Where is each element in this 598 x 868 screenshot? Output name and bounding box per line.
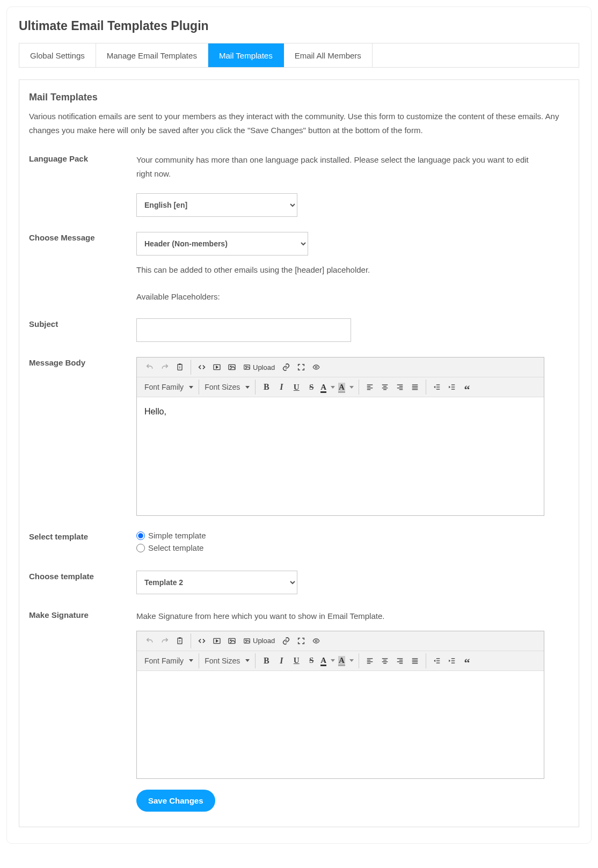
- indent-icon[interactable]: [445, 380, 459, 394]
- blockquote-icon[interactable]: “: [460, 380, 474, 394]
- media-icon[interactable]: [210, 634, 224, 648]
- row-choose-template: Choose template Template 2: [29, 571, 569, 594]
- font-family-dropdown[interactable]: Font Family: [142, 383, 195, 391]
- outdent-icon[interactable]: [430, 380, 444, 394]
- label-subject: Subject: [29, 318, 136, 329]
- tab-email-all-members[interactable]: Email All Members: [284, 43, 373, 67]
- text-color-icon[interactable]: A: [319, 654, 336, 668]
- sig-toolbar-row-2: Font Family Font Sizes B I U S A A: [137, 651, 544, 671]
- link-icon[interactable]: [279, 360, 293, 374]
- highlight-color-icon[interactable]: A: [337, 654, 355, 668]
- paste-icon[interactable]: T: [173, 360, 187, 374]
- select-choose-template[interactable]: Template 2: [136, 571, 297, 594]
- main-panel: Ultimate Email Templates Plugin Global S…: [6, 6, 592, 844]
- redo-icon[interactable]: [158, 360, 172, 374]
- editor-body-signature[interactable]: [137, 671, 544, 778]
- align-right-icon[interactable]: [393, 380, 407, 394]
- svg-point-6: [230, 366, 231, 367]
- row-message-body: Message Body T: [29, 357, 569, 516]
- media-icon[interactable]: [210, 360, 224, 374]
- align-right-icon[interactable]: [393, 654, 407, 668]
- align-center-icon[interactable]: [378, 380, 392, 394]
- indent-icon[interactable]: [445, 654, 459, 668]
- input-subject[interactable]: [136, 318, 351, 342]
- preview-icon[interactable]: [309, 634, 323, 648]
- tab-manage-email-templates[interactable]: Manage Email Templates: [96, 43, 208, 67]
- paste-icon[interactable]: T: [173, 634, 187, 648]
- bold-icon[interactable]: B: [259, 380, 273, 394]
- row-language-pack: Language Pack Your community has more th…: [29, 153, 569, 217]
- blockquote-icon[interactable]: “: [460, 654, 474, 668]
- select-choose-message[interactable]: Header (Non-members): [136, 232, 308, 256]
- align-center-icon[interactable]: [378, 654, 392, 668]
- svg-point-40: [230, 639, 231, 640]
- upload-button[interactable]: Upload: [240, 634, 278, 648]
- section-title: Mail Templates: [29, 92, 569, 103]
- code-icon[interactable]: [195, 360, 209, 374]
- text-color-icon[interactable]: A: [319, 380, 336, 394]
- fullscreen-icon[interactable]: [294, 360, 308, 374]
- radio-simple-template[interactable]: [136, 531, 145, 540]
- row-select-template: Select template Simple template Select t…: [29, 531, 569, 556]
- undo-icon[interactable]: [143, 634, 157, 648]
- row-save: Save Changes: [29, 790, 569, 812]
- fullscreen-icon[interactable]: [294, 634, 308, 648]
- svg-point-43: [315, 640, 317, 642]
- svg-rect-35: [179, 637, 181, 639]
- align-left-icon[interactable]: [363, 380, 377, 394]
- svg-text:T: T: [179, 366, 181, 369]
- section-description: Various notification emails are sent to …: [29, 110, 569, 137]
- toolbar-row-1: T: [137, 358, 544, 377]
- link-icon[interactable]: [279, 634, 293, 648]
- underline-icon[interactable]: U: [289, 654, 303, 668]
- preview-icon[interactable]: [309, 360, 323, 374]
- label-choose-template: Choose template: [29, 571, 136, 581]
- radio-label-simple-template: Simple template: [148, 531, 206, 540]
- outdent-icon[interactable]: [430, 654, 444, 668]
- row-choose-message: Choose Message Header (Non-members) This…: [29, 232, 569, 303]
- align-justify-icon[interactable]: [408, 380, 422, 394]
- toolbar-row-2: Font Family Font Sizes B I U S: [137, 377, 544, 397]
- svg-marker-38: [216, 640, 218, 642]
- undo-icon[interactable]: [143, 360, 157, 374]
- font-sizes-dropdown[interactable]: Font Sizes: [202, 383, 252, 391]
- code-icon[interactable]: [195, 634, 209, 648]
- svg-point-8: [245, 366, 246, 367]
- label-make-signature: Make Signature: [29, 609, 136, 619]
- italic-icon[interactable]: I: [274, 654, 288, 668]
- editor-signature: T Upload: [136, 631, 544, 779]
- help-language-pack: Your community has more than one languag…: [136, 153, 534, 180]
- page-title: Ultimate Email Templates Plugin: [19, 19, 579, 33]
- svg-marker-63: [434, 659, 435, 662]
- strikethrough-icon[interactable]: S: [304, 654, 318, 668]
- align-left-icon[interactable]: [363, 654, 377, 668]
- underline-icon[interactable]: U: [289, 380, 303, 394]
- svg-marker-33: [449, 386, 450, 389]
- editor-body-message[interactable]: Hello,: [137, 397, 544, 515]
- font-sizes-dropdown[interactable]: Font Sizes: [202, 657, 252, 665]
- highlight-color-icon[interactable]: A: [337, 380, 355, 394]
- upload-button[interactable]: Upload: [240, 360, 278, 374]
- tab-mail-templates[interactable]: Mail Templates: [208, 43, 284, 67]
- save-button[interactable]: Save Changes: [136, 790, 215, 812]
- bold-icon[interactable]: B: [259, 654, 273, 668]
- label-message-body: Message Body: [29, 357, 136, 367]
- radio-label-select-template: Select template: [148, 543, 203, 552]
- align-justify-icon[interactable]: [408, 654, 422, 668]
- svg-rect-1: [179, 363, 181, 365]
- upload-label: Upload: [253, 637, 275, 645]
- tabs: Global Settings Manage Email Templates M…: [19, 43, 579, 68]
- image-icon[interactable]: [225, 634, 239, 648]
- strikethrough-icon[interactable]: S: [304, 380, 318, 394]
- redo-icon[interactable]: [158, 634, 172, 648]
- svg-text:T: T: [179, 640, 181, 643]
- help-choose-message-2: Available Placeholders:: [136, 290, 569, 304]
- image-icon[interactable]: [225, 360, 239, 374]
- help-choose-message-1: This can be added to other emails using …: [136, 263, 569, 277]
- upload-label: Upload: [253, 363, 275, 371]
- font-family-dropdown[interactable]: Font Family: [142, 657, 195, 665]
- select-language-pack[interactable]: English [en]: [136, 193, 297, 217]
- tab-global-settings[interactable]: Global Settings: [19, 43, 96, 67]
- radio-select-template[interactable]: [136, 544, 145, 552]
- italic-icon[interactable]: I: [274, 380, 288, 394]
